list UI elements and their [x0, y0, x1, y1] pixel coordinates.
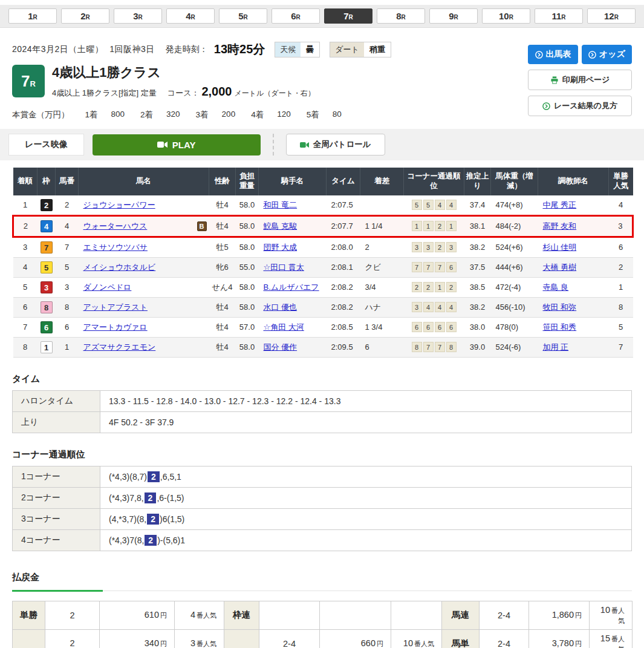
- corner-position-box: 3: [412, 302, 422, 312]
- start-time-value: 13時25分: [214, 41, 265, 57]
- tab-suffix: R: [138, 14, 143, 21]
- column-header: 馬名: [79, 168, 209, 195]
- column-header: 負担重量: [236, 168, 259, 195]
- table-row: 上り4F 50.2 - 3F 37.9: [13, 411, 632, 433]
- row-label: 4コーナー: [13, 529, 100, 551]
- trainer-link[interactable]: 寺島 良: [543, 283, 569, 292]
- tab-5r[interactable]: 5R: [219, 8, 267, 24]
- tab-4r[interactable]: 4R: [166, 8, 215, 24]
- finish-time: 2:09.5: [327, 337, 360, 357]
- win-favorite-rank: 8: [609, 297, 633, 317]
- win-favorite-rank: 4: [609, 195, 633, 216]
- jockey-link[interactable]: 水口 優也: [264, 303, 298, 312]
- corner-positions: 3444: [404, 297, 464, 317]
- jockey-cell: B.ムルザバエフ: [259, 277, 327, 297]
- race-meeting: 1回阪神3日: [109, 44, 155, 55]
- corner-position-box: 7: [435, 342, 445, 352]
- patrol-video-button[interactable]: 全周パトロール: [286, 134, 385, 155]
- trainer-link[interactable]: 大橋 勇樹: [543, 263, 577, 272]
- prize-item: 4着120: [251, 110, 291, 120]
- arrow-circle-icon: [542, 102, 550, 110]
- tab-2r[interactable]: 2R: [61, 8, 109, 24]
- prize-amount: 800: [111, 110, 125, 120]
- jockey-link[interactable]: ☆角田 大河: [264, 322, 304, 332]
- payout-amount: [320, 601, 391, 629]
- horse-name-link[interactable]: ダノンペドロ: [83, 282, 132, 293]
- tab-1r[interactable]: 1R: [8, 8, 57, 24]
- payout-combination: 2: [45, 601, 100, 629]
- track-condition-badge: ダート 稍重: [330, 42, 391, 57]
- race-number: 7: [21, 72, 30, 91]
- jockey-link[interactable]: 国分 優作: [264, 342, 298, 352]
- course-suffix: メートル（ダート・右）: [235, 88, 315, 99]
- tab-7r[interactable]: 7R: [324, 8, 372, 24]
- corner-order-pre: (*4,3)7(8,: [109, 535, 144, 545]
- tab-11r[interactable]: 11R: [535, 8, 583, 24]
- horse-name-cell: アズマサクラエモン: [79, 337, 209, 357]
- horse-name-link[interactable]: ジョウショーパワー: [83, 200, 155, 211]
- payout-table: 単勝2610円4番人気枠連馬連2-41,860円10番人気複勝2340円3番人気…: [12, 601, 633, 648]
- trainer-cell: 中尾 秀正: [538, 195, 609, 216]
- race-video-button[interactable]: レース映像: [8, 134, 84, 155]
- corner-position-box: 5: [423, 200, 434, 210]
- horse-name-link[interactable]: アマートカヴァロ: [83, 322, 148, 333]
- row-value: 13.3 - 11.5 - 12.8 - 14.0 - 13.0 - 12.7 …: [100, 390, 632, 411]
- tab-6r[interactable]: 6R: [272, 8, 320, 24]
- trainer-cell: 笹田 和秀: [538, 317, 609, 337]
- horse-number: 2: [56, 195, 79, 216]
- page-title: 4歳以上1勝クラス: [52, 65, 315, 80]
- payout-title-text: 払戻金: [12, 572, 39, 582]
- horse-name-link[interactable]: ウォーターハウス: [83, 221, 148, 232]
- row-label: 1コーナー: [13, 466, 100, 487]
- jockey-cell: 鮫島 克駿: [259, 215, 327, 237]
- trainer-link[interactable]: 高野 友和: [543, 221, 577, 231]
- jockey-cell: 和田 竜二: [259, 195, 327, 216]
- jockey-link[interactable]: B.ムルザバエフ: [264, 283, 319, 292]
- trainer-cell: 寺島 良: [538, 277, 609, 297]
- print-page-button[interactable]: 印刷用ページ: [528, 70, 632, 90]
- tab-10r[interactable]: 10R: [482, 8, 530, 24]
- win-favorite-rank: 5: [609, 317, 633, 337]
- horse-number: 6: [56, 317, 79, 337]
- trainer-link[interactable]: 中尾 秀正: [543, 200, 577, 209]
- trainer-link[interactable]: 笹田 和秀: [543, 322, 577, 332]
- horse-name-link[interactable]: アズマサクラエモン: [83, 342, 156, 353]
- jockey-link[interactable]: 和田 竜二: [264, 200, 298, 209]
- track-label: ダート: [330, 42, 364, 57]
- horse-name-link[interactable]: アットアブラスト: [83, 302, 148, 313]
- trainer-link[interactable]: 牧田 和弥: [543, 303, 577, 312]
- body-weight: 474(+8): [491, 195, 538, 216]
- corner-positions: 6666: [404, 317, 464, 337]
- tab-3r[interactable]: 3R: [114, 8, 162, 24]
- body-weight: 472(-4): [491, 277, 538, 297]
- jockey-link[interactable]: ☆田口 貫太: [264, 263, 304, 272]
- row-label: 上り: [13, 411, 100, 433]
- play-button[interactable]: PLAY: [93, 134, 261, 155]
- table-row: 4コーナー(*4,3)7(8,2)-(5,6)1: [13, 529, 632, 551]
- tab-12r[interactable]: 12R: [587, 8, 636, 24]
- prize-amount: 80: [333, 110, 342, 120]
- margin: 1 3/4: [360, 317, 404, 337]
- corner-positions: 2212: [404, 277, 464, 297]
- horse-number: 3: [56, 277, 79, 297]
- last-3f: 38.2: [464, 297, 491, 317]
- horse-name-link[interactable]: エミサソウツバサ: [83, 242, 148, 253]
- waku-cell: 4: [37, 215, 56, 237]
- prize-place: 2着: [140, 110, 153, 120]
- tab-9r[interactable]: 9R: [429, 8, 478, 24]
- win-favorite-rank: 6: [609, 237, 633, 257]
- horse-name-link[interactable]: メイショウホタルビ: [83, 262, 156, 273]
- tab-8r[interactable]: 8R: [377, 8, 425, 24]
- odds-button[interactable]: オッズ: [582, 45, 632, 64]
- jockey-link[interactable]: 団野 大成: [264, 243, 298, 252]
- result-guide-button[interactable]: レース結果の見方: [528, 96, 632, 116]
- shutsuba-button[interactable]: 出馬表: [528, 45, 578, 64]
- prize-amount: 200: [222, 110, 236, 120]
- prize-amount: 320: [166, 110, 180, 120]
- jockey-link[interactable]: 鮫島 克駿: [264, 221, 298, 231]
- trainer-link[interactable]: 杉山 佳明: [543, 243, 577, 252]
- trainer-cell: 加用 正: [538, 337, 609, 357]
- trainer-link[interactable]: 加用 正: [543, 342, 569, 352]
- results-body: 122ジョウショーパワー牡458.0和田 竜二2:07.5554437.4474…: [13, 195, 633, 358]
- payout-combination: 2-4: [480, 629, 529, 648]
